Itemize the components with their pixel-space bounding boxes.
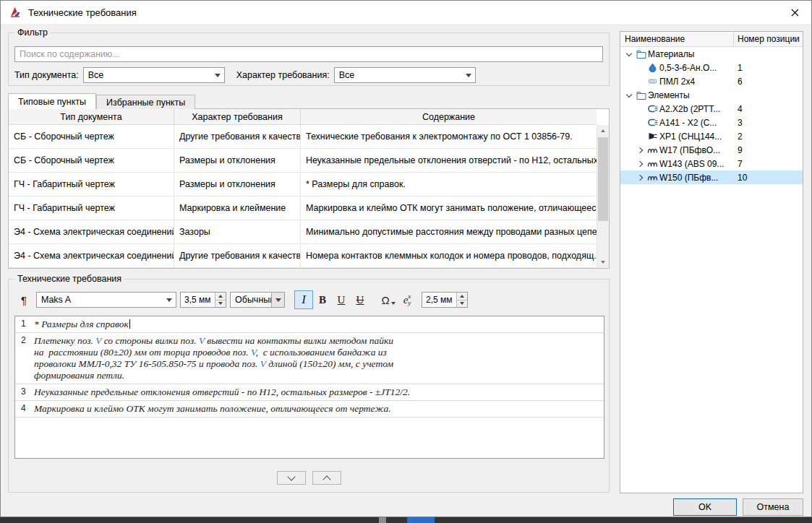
position-reference: V	[199, 335, 205, 346]
window-title: Технические требования	[28, 7, 137, 18]
scrollbar-thumb[interactable]	[598, 137, 608, 221]
tree-item-number: 4	[738, 104, 743, 114]
droplet-icon	[646, 63, 659, 72]
increment-button[interactable]	[215, 293, 226, 300]
tree-item[interactable]: A2.X2b (2РТТ...4	[620, 102, 803, 116]
super-subscript-button[interactable]: exy	[399, 290, 418, 309]
table-cell: * Размеры для справок.	[301, 173, 597, 196]
font-size-spinner[interactable]: 3,5 мм	[180, 292, 226, 308]
increment-button[interactable]	[457, 293, 467, 300]
text-segment: Плетенку поз.	[34, 335, 95, 346]
tree-item[interactable]: A141 - X2 (С...3	[620, 116, 803, 129]
table-cell: Зазоры	[174, 220, 301, 243]
column-header[interactable]: Содержание	[301, 109, 597, 124]
strikethrough-icon: U	[356, 294, 364, 306]
table-row[interactable]: СБ - Сборочный чертежРазмеры и отклонени…	[9, 149, 597, 173]
editor-line[interactable]: 2Плетенку поз. V со стороны вилки поз. V…	[15, 333, 604, 384]
paragraph-marks-button[interactable]: ¶	[14, 290, 33, 309]
taskbar-strip	[0, 517, 812, 523]
bold-button[interactable]: B	[313, 290, 332, 309]
tree-item-label: A2.X2b (2РТТ...	[659, 104, 720, 114]
titlebar[interactable]: Технические требования	[1, 1, 811, 24]
tree-item-label: Материалы	[648, 49, 694, 59]
req-nature-label: Характер требования:	[236, 70, 330, 80]
braid-icon	[646, 77, 659, 85]
req-nature-value: Все	[335, 70, 462, 80]
scroll-up-button[interactable]	[597, 125, 609, 137]
line-text: * Размеры для справок	[33, 316, 604, 332]
coil-icon	[646, 146, 659, 154]
close-icon	[791, 9, 799, 17]
tab-typical-items[interactable]: Типовые пункты	[8, 93, 96, 109]
tree-item-label: Элементы	[648, 90, 690, 100]
style-dropdown[interactable]: Обычный	[230, 292, 285, 308]
tree-item[interactable]: ПМЛ 2х46	[620, 74, 803, 88]
table-row[interactable]: Э4 - Схема электрическая соединенийДруги…	[9, 244, 597, 268]
tree-item[interactable]: W143 (ABS 09...7	[620, 157, 803, 170]
tree-item[interactable]: Материалы	[620, 47, 803, 61]
text-segment: Неуказанные предельные отклонения отверс…	[34, 386, 410, 397]
column-header[interactable]: Характер требования	[174, 109, 301, 124]
move-down-button[interactable]	[277, 471, 306, 485]
tree-header-name[interactable]: Наименование	[620, 34, 733, 44]
editor-line[interactable]: 1* Размеры для справок	[15, 316, 604, 333]
tree-header: Наименование Номер позиции	[620, 32, 803, 47]
scroll-down-button[interactable]	[597, 256, 609, 268]
move-up-button[interactable]	[312, 471, 341, 485]
table-row[interactable]: ГЧ - Габаритный чертежМаркировка и клейм…	[9, 196, 597, 220]
table-header-row: Тип документаХарактер требованияСодержан…	[9, 109, 597, 125]
tree-header-number[interactable]: Номер позиции	[733, 32, 803, 46]
position-reference: V	[260, 358, 266, 369]
tree-item[interactable]: W17 (ПБфвО...9	[620, 143, 803, 157]
tree-item-label: 0,5-3-6-Ан.О...	[659, 63, 717, 73]
editor-text-area[interactable]: 1* Размеры для справок2Плетенку поз. V с…	[14, 316, 604, 459]
decrement-button[interactable]	[215, 300, 226, 308]
tree-item-number: 2	[738, 131, 743, 142]
expander-right-icon[interactable]	[635, 162, 646, 166]
line-spacing-spinner[interactable]: 2,5 мм	[422, 292, 468, 308]
text-segment: Маркировка и клеймо ОТК могут занимать п…	[34, 403, 391, 414]
doc-type-dropdown[interactable]: Все	[83, 67, 225, 83]
expander-right-icon[interactable]	[635, 176, 646, 180]
column-header[interactable]: Тип документа	[9, 109, 174, 124]
table-row[interactable]: Э4 - Схема электрическая соединенийЗазор…	[9, 220, 597, 244]
underline-button[interactable]: U	[332, 290, 351, 309]
tab-favorite-items[interactable]: Избранные пункты	[96, 95, 195, 109]
table-scrollbar[interactable]	[597, 125, 609, 268]
line-number: 2	[15, 333, 33, 384]
req-nature-dropdown[interactable]: Все	[334, 67, 476, 83]
tree-item[interactable]: W150 (ПБфв...10	[620, 170, 803, 184]
expander-right-icon[interactable]	[635, 148, 646, 152]
expander-down-icon[interactable]	[623, 94, 634, 97]
strikethrough-button[interactable]: U	[351, 290, 369, 309]
font-dropdown[interactable]: Maks A	[36, 292, 176, 308]
font-size-value: 3,5 мм	[181, 293, 215, 307]
decrement-button[interactable]	[457, 300, 467, 308]
chevron-down-icon	[462, 68, 475, 82]
tree-item[interactable]: Элементы	[620, 88, 803, 102]
cancel-button[interactable]: Отмена	[743, 498, 803, 516]
close-button[interactable]	[778, 1, 811, 24]
move-buttons	[9, 471, 609, 485]
tree: Материалы0,5-3-6-Ан.О...1ПМЛ 2х46Элемент…	[620, 47, 803, 493]
expander-down-icon[interactable]	[623, 53, 634, 56]
technical-requirements-group: Технические требования ¶ Maks A 3,5 мм О…	[8, 279, 610, 493]
chevron-down-icon	[163, 293, 176, 307]
line-text: Неуказанные предельные отклонения отверс…	[33, 384, 604, 400]
italic-button[interactable]: I	[294, 290, 313, 309]
line-text: Маркировка и клеймо ОТК могут занимать п…	[33, 401, 604, 417]
italic-icon: I	[302, 293, 306, 307]
editor-line[interactable]: 3Неуказанные предельные отклонения отвер…	[15, 384, 604, 401]
tree-item[interactable]: XP1 (СНЦ144...2	[620, 129, 803, 143]
special-symbol-button[interactable]: Ω	[379, 290, 398, 309]
tree-item[interactable]: 0,5-3-6-Ан.О...1	[620, 61, 803, 74]
table-cell: Минимально допустимые расстояния между п…	[301, 220, 597, 243]
ok-button[interactable]: OK	[673, 498, 737, 516]
table-row[interactable]: ГЧ - Габаритный чертежРазмеры и отклонен…	[9, 173, 597, 196]
technical-requirements-dialog: Технические требования Фильтр Тип докуме…	[0, 0, 812, 517]
editor-line[interactable]: 4Маркировка и клеймо ОТК могут занимать …	[15, 401, 604, 418]
chevron-right-icon	[636, 174, 642, 180]
table-row[interactable]: СБ - Сборочный чертежДругие требования к…	[9, 125, 597, 149]
search-input[interactable]	[14, 46, 603, 62]
table-cell: СБ - Сборочный чертеж	[9, 125, 174, 148]
